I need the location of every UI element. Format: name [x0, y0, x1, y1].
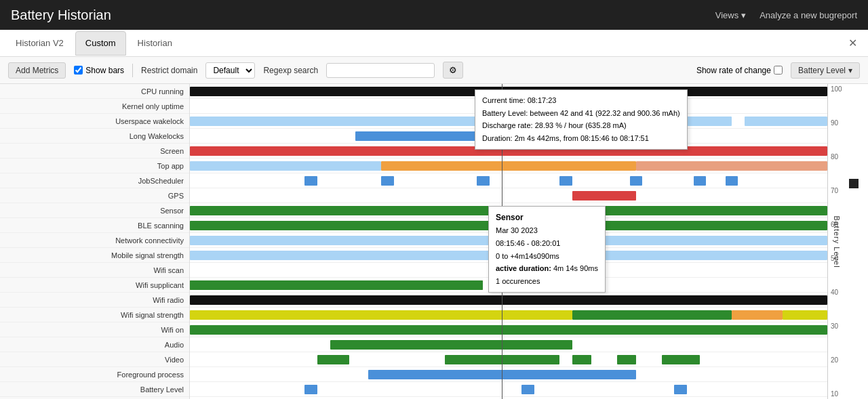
- bar: [559, 176, 572, 186]
- y-tick: 20: [831, 356, 865, 364]
- separator: [132, 64, 133, 77]
- labels-column: CPU runningKernel only uptimeUserspace w…: [0, 84, 190, 399]
- bar: [317, 355, 349, 364]
- regexp-search-label: Regexp search: [263, 66, 318, 75]
- chart-row: [190, 337, 827, 352]
- row-label: Long Wakelocks: [0, 129, 189, 144]
- bar: [572, 310, 732, 320]
- chart-row: [190, 367, 827, 382]
- row-label: Wifi on: [0, 322, 189, 337]
- bar: [521, 385, 534, 394]
- restrict-domain-select[interactable]: Default: [205, 62, 255, 79]
- tooltip-duration: Duration: 2m 4s 442ms, from 08:15:46 to …: [482, 132, 680, 145]
- show-rate-toggle[interactable]: Show rate of change: [696, 66, 783, 75]
- row-label: CPU running: [0, 84, 189, 99]
- bar: [190, 161, 381, 171]
- tooltip-discharge: Discharge rate: 28.93 % / hour (635.28 m…: [482, 119, 680, 132]
- sensor-tooltip-range: 0 to +4m14s090ms: [496, 250, 598, 263]
- sensor-tooltip-title: Sensor: [496, 211, 598, 224]
- y-tick: 70: [831, 187, 865, 194]
- battery-level-button[interactable]: Battery Level ▾: [791, 62, 860, 79]
- bar: [617, 355, 636, 364]
- tab-close-button[interactable]: ✕: [843, 37, 863, 49]
- bar: [674, 385, 687, 394]
- chart-row: [190, 293, 827, 308]
- bar: [732, 310, 783, 320]
- tab-historian-v2[interactable]: Historian V2: [5, 31, 74, 56]
- bar: [190, 310, 572, 320]
- tab-bar: Historian V2 Custom Historian ✕: [0, 30, 868, 57]
- add-metrics-button[interactable]: Add Metrics: [8, 62, 66, 79]
- row-label: Wifi supplicant: [0, 278, 189, 293]
- tab-historian[interactable]: Historian: [127, 31, 182, 56]
- tab-custom[interactable]: Custom: [75, 31, 126, 56]
- app-title: Battery Historian: [11, 7, 111, 23]
- bar: [630, 176, 643, 186]
- bar: [381, 176, 394, 186]
- header-actions: Views ▾ Analyze a new bugreport: [715, 10, 857, 20]
- bar: [304, 176, 317, 186]
- bar: [726, 176, 738, 186]
- chart-row: [190, 173, 827, 188]
- sensor-tooltip-date: Mar 30 2023: [496, 224, 598, 237]
- bar: [381, 161, 636, 171]
- row-label: Wifi signal strength: [0, 308, 189, 322]
- regexp-search-input[interactable]: [326, 63, 435, 78]
- row-label: Network connectivity: [0, 233, 189, 248]
- show-rate-checkbox[interactable]: [774, 66, 783, 75]
- show-bars-checkbox[interactable]: [74, 66, 83, 75]
- active-value: 4m 14s 90ms: [553, 264, 598, 272]
- bar: [190, 295, 827, 305]
- row-label: Audio: [0, 337, 189, 352]
- chart-area[interactable]: Current time: 08:17:23 Battery Level: be…: [190, 84, 868, 399]
- bar: [572, 355, 591, 364]
- row-label: GPS: [0, 188, 189, 203]
- bar: [662, 355, 700, 364]
- row-label: Sensor: [0, 203, 189, 218]
- row-label: Mobile signal strength: [0, 248, 189, 263]
- views-menu[interactable]: Views ▾: [715, 10, 746, 20]
- analyze-link[interactable]: Analyze a new bugreport: [760, 10, 857, 20]
- sensor-tooltip-active: active duration: 4m 14s 90ms: [496, 262, 598, 275]
- tooltip-top: Current time: 08:17:23 Battery Level: be…: [475, 89, 688, 150]
- chart-row: [190, 382, 827, 397]
- bar: [636, 161, 827, 171]
- bar: [190, 325, 827, 335]
- row-label: Kernel only uptime: [0, 99, 189, 114]
- row-label: BLE scanning: [0, 218, 189, 233]
- y-tick: 90: [831, 119, 865, 127]
- row-label: Wifi scan: [0, 263, 189, 278]
- chart-row: [190, 188, 827, 203]
- bar: [304, 385, 317, 394]
- toolbar: Add Metrics Show bars Restrict domain De…: [0, 57, 868, 84]
- row-label: Top app: [0, 159, 189, 173]
- y-tick: 40: [831, 289, 865, 296]
- chevron-down-icon: ▾: [848, 66, 852, 75]
- bar: [745, 117, 827, 126]
- chart-row: [190, 352, 827, 367]
- y-tick: 100: [831, 85, 865, 93]
- restrict-domain-label: Restrict domain: [141, 66, 197, 75]
- bar: [355, 131, 483, 141]
- active-label: active duration:: [496, 264, 551, 272]
- bar: [694, 176, 707, 186]
- tooltip-battery: Battery Level: between 42 and 41 (922.32…: [482, 107, 680, 120]
- row-label: Battery Level: [0, 382, 189, 397]
- app-header: Battery Historian Views ▾ Analyze a new …: [0, 0, 868, 30]
- tooltip-sensor: Sensor Mar 30 2023 08:15:46 - 08:20:01 0…: [488, 206, 606, 293]
- main-area: CPU runningKernel only uptimeUserspace w…: [0, 84, 868, 399]
- chart-row: [190, 322, 827, 337]
- y-tick: 10: [831, 390, 865, 398]
- row-label: Foreground process: [0, 367, 189, 382]
- row-label: Wifi radio: [0, 293, 189, 308]
- bar: [190, 280, 483, 290]
- sensor-tooltip-occurrences: 1 occurences: [496, 275, 598, 288]
- y-tick: 30: [831, 322, 865, 330]
- row-label: Userspace wakelock: [0, 114, 189, 129]
- row-label: Video: [0, 352, 189, 367]
- gear-button[interactable]: ⚙: [443, 62, 463, 79]
- battery-square-icon: [849, 179, 859, 188]
- show-bars-toggle[interactable]: Show bars: [74, 66, 124, 75]
- sensor-tooltip-time-range: 08:15:46 - 08:20:01: [496, 237, 598, 250]
- tooltip-time: Current time: 08:17:23: [482, 94, 680, 107]
